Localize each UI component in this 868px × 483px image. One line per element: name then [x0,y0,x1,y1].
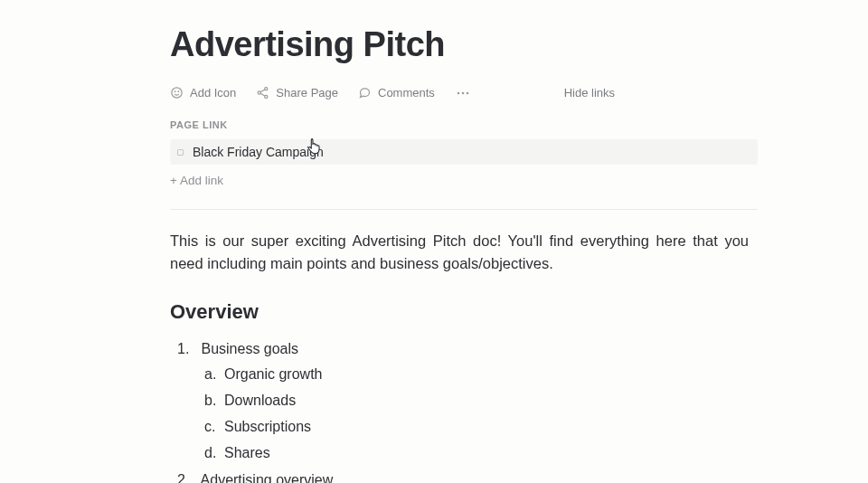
comments-label: Comments [378,86,435,99]
list-item: Subscriptions [204,416,760,439]
list-item-text: Downloads [224,393,296,408]
page-link-label: PAGE LINK [170,119,760,130]
list-item-text: Organic growth [224,366,323,382]
page-link-item[interactable]: Black Friday Campaign [170,139,758,165]
svg-point-2 [178,91,179,92]
svg-line-7 [260,93,265,96]
comments-button[interactable]: Comments [358,86,435,99]
svg-point-5 [265,95,268,98]
svg-point-8 [458,91,460,94]
svg-point-4 [259,91,261,94]
svg-line-6 [260,90,265,92]
page-link-text: Black Friday Campaign [193,145,324,159]
document-page: Advertising Pitch Add Icon [0,0,868,483]
page-title: Advertising Pitch [170,25,760,64]
comment-icon [358,86,372,99]
overview-heading: Overview [170,300,760,324]
add-icon-button[interactable]: Add Icon [170,86,236,99]
intro-paragraph: This is our super exciting Advertising P… [170,230,749,275]
list-item: Downloads [204,390,760,412]
divider [170,209,758,210]
overview-list: Business goals Organic growth Downloads … [170,338,760,484]
sub-list: Organic growth Downloads Subscriptions S… [183,364,760,464]
hide-links-button[interactable]: Hide links [564,86,615,99]
list-item-text: Shares [224,445,270,460]
svg-point-3 [265,88,268,90]
list-item: Organic growth [204,364,760,386]
share-page-label: Share Page [276,86,338,99]
add-icon-label: Add Icon [190,86,236,99]
more-icon[interactable] [455,91,471,95]
svg-point-10 [467,91,469,94]
list-item: Shares [204,442,760,465]
share-page-button[interactable]: Share Page [256,86,338,99]
share-icon [256,86,269,99]
add-link-button[interactable]: + Add link [170,174,223,187]
toolbar-left: Add Icon Share Page [170,86,544,99]
svg-point-0 [172,88,182,98]
list-item-text: Business goals [201,341,298,356]
page-link-bullet-icon [177,149,184,156]
svg-point-9 [462,91,465,94]
smiley-icon [170,86,184,99]
toolbar: Add Icon Share Page [170,86,760,99]
list-item: Advertising overview Engaging content Yo… [183,469,760,483]
list-item-text: Advertising overview [201,472,334,483]
list-item: Business goals Organic growth Downloads … [183,338,760,465]
svg-point-1 [175,91,175,92]
list-item-text: Subscriptions [224,419,311,434]
